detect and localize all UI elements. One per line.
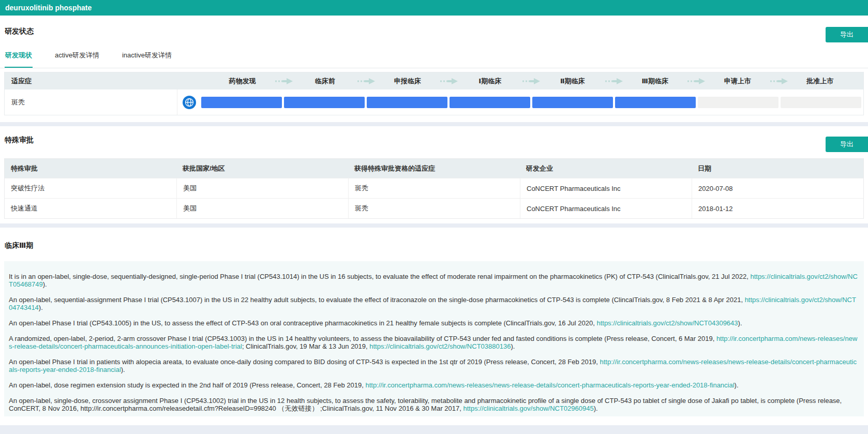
clinical-paragraph: An open-label Phase I trial in patients … <box>9 358 859 373</box>
stage-bar-7 <box>698 97 779 108</box>
trial-link[interactable]: https://clinicaltrials.gov/ct2/show/NCT0… <box>596 319 738 327</box>
stage-header-label: Ⅱ期临床 <box>560 77 585 85</box>
paragraph-text: ). <box>735 381 739 389</box>
stage-bar-3 <box>367 97 447 108</box>
paragraph-text: ). <box>39 304 43 311</box>
table-cell-4: CoNCERT Pharmaceuticals Inc <box>520 178 692 198</box>
stage-bar-2 <box>284 97 365 108</box>
stage-header-2: 临床前 <box>284 77 367 86</box>
column-header-3: 获得特殊审批资格的适应症 <box>348 159 520 178</box>
paragraph-text: An open-label, sequential-assignment Pha… <box>9 296 745 304</box>
stage-bar-1 <box>201 97 282 108</box>
tab-inactive-details[interactable]: inactive研发详情 <box>122 49 172 67</box>
trial-link[interactable]: http://ir.concertpharma.com/news-release… <box>365 381 734 389</box>
stage-arrow-icon <box>275 78 293 84</box>
paragraph-text: An open-label Phase I trial in patients … <box>9 358 600 366</box>
column-header-5: 日期 <box>692 159 863 178</box>
table-cell-2: 美国 <box>176 178 348 198</box>
table-cell-3: 斑秃 <box>348 198 520 218</box>
rnd-export-button[interactable]: 导出 <box>826 27 868 42</box>
special-approval-section: 特殊审批 导出 特殊审批获批国家/地区获得特殊审批资格的适应症研发企业日期 突破… <box>0 126 868 223</box>
clinical-phase3-header-row: 临床Ⅲ期 <box>0 228 868 250</box>
stage-arrow-icon <box>440 78 458 84</box>
paragraph-text: ). <box>43 280 47 288</box>
stage-bar-4 <box>450 97 530 108</box>
stage-header-label: 临床前 <box>315 77 335 85</box>
stage-header-label: 药物发现 <box>229 77 256 85</box>
table-cell-5: 2018-01-12 <box>692 198 863 218</box>
clinical-paragraph: An open-label Phase I trial (CP543.1005)… <box>9 319 859 327</box>
clinical-paragraph: A randomized, open-label, 2-period, 2-ar… <box>9 335 859 350</box>
table-row: 突破性疗法美国斑秃CoNCERT Pharmaceuticals Inc2020… <box>5 178 863 198</box>
table-cell-1: 突破性疗法 <box>5 178 176 198</box>
rnd-status-section: 研发状态 导出 研发现状active研发详情inactive研发详情 适应症 药… <box>0 16 868 122</box>
stage-header-7: 申请上市 <box>696 77 779 86</box>
trial-link[interactable]: https://clinicaltrials.gov/show/NCT02960… <box>463 405 594 412</box>
clinical-paragraph: An open-label, dose regimen extension st… <box>9 381 859 389</box>
clinical-phase3-section: 临床Ⅲ期 It is in an open-label, single-dose… <box>0 228 868 425</box>
pipeline-stage-headers: 药物发现临床前申报临床Ⅰ期临床Ⅱ期临床Ⅲ期临床申请上市批准上市 <box>201 77 863 86</box>
special-approval-table: 特殊审批获批国家/地区获得特殊审批资格的适应症研发企业日期 突破性疗法美国斑秃C… <box>4 158 864 219</box>
pipeline-row: 斑秃 <box>5 89 863 115</box>
stage-header-label: 批准上市 <box>806 77 833 85</box>
special-approval-export-button[interactable]: 导出 <box>826 137 868 152</box>
clinical-paragraph: An open-label, sequential-assignment Pha… <box>9 296 859 311</box>
special-approval-heading: 特殊审批 <box>5 136 868 145</box>
pipeline-rows: 斑秃 <box>5 89 863 115</box>
table-cell-5: 2020-07-08 <box>692 178 863 198</box>
stage-header-label: Ⅰ期临床 <box>478 77 501 85</box>
table-cell-4: CoNCERT Pharmaceuticals Inc <box>520 198 692 218</box>
pipeline-table: 适应症 药物发现临床前申报临床Ⅰ期临床Ⅱ期临床Ⅲ期临床申请上市批准上市 斑秃 <box>4 72 864 115</box>
stage-header-8: 批准上市 <box>779 77 862 86</box>
tabs: 研发现状active研发详情inactive研发详情 <box>0 49 868 68</box>
stage-bar-6 <box>615 97 696 108</box>
stage-header-label: Ⅲ期临床 <box>642 77 668 85</box>
paragraph-text: ). <box>511 342 515 350</box>
paragraph-text: ; ClinicalTrials.gov, 19 Mar & 13 Jun 20… <box>242 342 369 350</box>
column-header-2: 获批国家/地区 <box>176 159 348 178</box>
indication-cell: 斑秃 <box>5 89 177 115</box>
stage-header-1: 药物发现 <box>201 77 284 86</box>
clinical-phase3-heading: 临床Ⅲ期 <box>5 241 868 250</box>
paragraph-text: ). <box>121 366 125 373</box>
clinical-paragraph: An open-label, single-dose, crossover as… <box>9 397 859 412</box>
globe-cell <box>177 89 201 115</box>
stage-arrow-icon <box>770 78 788 84</box>
stage-arrow-icon <box>522 78 541 84</box>
stage-header-4: Ⅰ期临床 <box>449 77 532 86</box>
stage-bar-8 <box>781 97 861 108</box>
column-header-1: 特殊审批 <box>5 159 176 178</box>
tab-active-details[interactable]: active研发详情 <box>54 49 100 67</box>
drug-name-title: deuruxolitinib phosphate <box>0 4 92 12</box>
stage-header-3: 申报临床 <box>366 77 449 86</box>
stage-bars <box>201 89 863 115</box>
paragraph-text: It is in an open-label, single-dose, seq… <box>9 273 750 280</box>
special-approval-header-row: 特殊审批 导出 <box>0 126 868 145</box>
stage-arrow-icon <box>357 78 376 84</box>
stage-header-5: Ⅱ期临床 <box>531 77 614 86</box>
clinical-phase3-notes: It is in an open-label, single-dose, seq… <box>4 261 864 416</box>
table-cell-3: 斑秃 <box>348 178 520 198</box>
rnd-status-heading: 研发状态 <box>5 27 868 36</box>
stage-arrow-icon <box>687 78 706 84</box>
trial-link[interactable]: https://clinicaltrials.gov/ct2/show/NCT0… <box>369 342 511 350</box>
globe-icon[interactable] <box>183 96 196 109</box>
paragraph-text: An open-label Phase I trial (CP543.1005)… <box>9 319 596 327</box>
drug-title-bar: deuruxolitinib phosphate <box>0 0 868 16</box>
table-row: 快速通道美国斑秃CoNCERT Pharmaceuticals Inc2018-… <box>5 198 863 218</box>
stage-header-label: 申报临床 <box>394 77 421 85</box>
special-approval-table-body: 突破性疗法美国斑秃CoNCERT Pharmaceuticals Inc2020… <box>5 178 863 218</box>
special-approval-table-header: 特殊审批获批国家/地区获得特殊审批资格的适应症研发企业日期 <box>5 159 863 178</box>
stage-arrow-icon <box>605 78 623 84</box>
stage-header-6: Ⅲ期临床 <box>614 77 697 86</box>
stage-bar-5 <box>532 97 613 108</box>
paragraph-text: An open-label, dose regimen extension st… <box>9 381 365 389</box>
paragraph-text: ). <box>738 319 742 327</box>
tab-current[interactable]: 研发现状 <box>5 49 33 68</box>
table-cell-1: 快速通道 <box>5 198 176 218</box>
column-header-4: 研发企业 <box>520 159 692 178</box>
paragraph-text: ). <box>594 405 598 412</box>
table-cell-2: 美国 <box>176 198 348 218</box>
indication-column-header: 适应症 <box>5 77 177 86</box>
paragraph-text: A randomized, open-label, 2-period, 2-ar… <box>9 335 716 342</box>
